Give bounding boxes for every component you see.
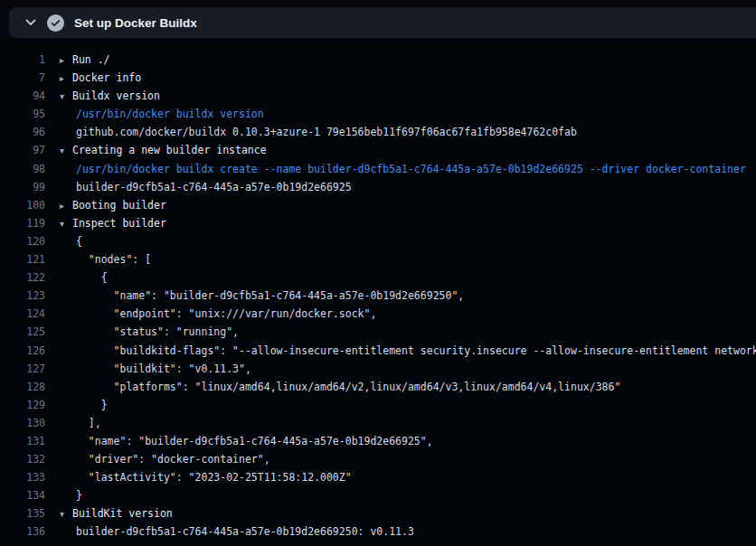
line-number[interactable]: 130 xyxy=(0,414,45,432)
triangle-down-icon[interactable]: ▾ xyxy=(60,505,72,522)
log-text: "name": "builder-d9cfb5a1-c764-445a-a57e… xyxy=(60,287,464,305)
log-line-output: 131 "name": "builder-d9cfb5a1-c764-445a-… xyxy=(0,432,756,450)
log-line-output: 120{ xyxy=(0,232,756,250)
chevron-down-icon xyxy=(24,16,37,29)
line-number[interactable]: 127 xyxy=(0,360,45,378)
log-text: "nodes": [ xyxy=(60,250,151,268)
chevron-down-icon[interactable] xyxy=(21,13,41,33)
log-line-output: 123 "name": "builder-d9cfb5a1-c764-445a-… xyxy=(0,287,756,305)
log-text: /usr/bin/docker buildx version xyxy=(60,105,264,123)
log-line-output: 132 "driver": "docker-container", xyxy=(0,450,756,468)
log-text: builder-d9cfb5a1-c764-445a-a57e-0b19d2e6… xyxy=(60,522,414,541)
log-text: ], xyxy=(60,414,101,432)
line-number[interactable]: 119 xyxy=(0,214,45,232)
log-text: } xyxy=(60,486,82,504)
line-number[interactable]: 129 xyxy=(0,396,45,414)
log-line-group[interactable]: 97▾Creating a new builder instance xyxy=(0,141,756,159)
log-text: "status": "running", xyxy=(60,323,239,341)
line-number[interactable]: 135 xyxy=(0,504,45,522)
log-text: "platforms": "linux/amd64,linux/amd64/v2… xyxy=(60,378,620,396)
step-title: Set up Docker Buildx xyxy=(74,16,197,30)
group-title[interactable]: ▸Booting builder xyxy=(60,196,166,214)
log-text: "lastActivity": "2023-02-25T11:58:12.000… xyxy=(60,468,352,486)
group-title[interactable]: ▸Docker info xyxy=(60,69,141,87)
log-line-output: 122 { xyxy=(0,268,756,287)
log-text: } xyxy=(60,396,108,414)
log-line-group[interactable]: 7▸Docker info xyxy=(0,69,756,87)
log-line-output: 134} xyxy=(0,486,756,504)
line-number[interactable]: 99 xyxy=(0,178,45,196)
log-line-output: 129 } xyxy=(0,396,756,414)
log-text: github.com/docker/buildx 0.10.3+azure-1 … xyxy=(60,123,577,141)
line-number[interactable]: 134 xyxy=(0,486,45,504)
log-text: /usr/bin/docker buildx create --name bui… xyxy=(60,160,746,178)
triangle-down-icon[interactable]: ▾ xyxy=(60,142,72,159)
line-number[interactable]: 96 xyxy=(0,123,45,141)
line-number[interactable]: 122 xyxy=(0,268,45,287)
group-title[interactable]: ▸Run ./ xyxy=(60,51,110,69)
line-number[interactable]: 98 xyxy=(0,160,45,178)
line-number[interactable]: 7 xyxy=(0,69,45,87)
log-line-output: 96github.com/docker/buildx 0.10.3+azure-… xyxy=(0,123,756,141)
line-number[interactable]: 120 xyxy=(0,232,45,250)
log-text: "buildkit": "v0.11.3", xyxy=(60,360,251,378)
log-text: "name": "builder-d9cfb5a1-c764-445a-a57e… xyxy=(60,432,433,450)
triangle-right-icon[interactable]: ▸ xyxy=(60,70,72,87)
log-text: { xyxy=(60,232,82,250)
line-number[interactable]: 1 xyxy=(0,51,45,69)
log-line-output: 128 "platforms": "linux/amd64,linux/amd6… xyxy=(0,378,756,396)
line-number[interactable]: 95 xyxy=(0,105,45,123)
log-line-group[interactable]: 1▸Run ./ xyxy=(0,51,756,69)
log-text: "buildkitd-flags": "--allow-insecure-ent… xyxy=(60,342,756,360)
log-line-command: 98/usr/bin/docker buildx create --name b… xyxy=(0,160,756,178)
log-line-output: 121 "nodes": [ xyxy=(0,250,756,268)
log-line-group[interactable]: 119▾Inspect builder xyxy=(0,214,756,232)
triangle-right-icon[interactable]: ▸ xyxy=(60,197,72,214)
log-line-output: 130 ], xyxy=(0,414,756,432)
triangle-down-icon[interactable]: ▾ xyxy=(60,215,72,232)
step-header[interactable]: Set up Docker Buildx xyxy=(9,7,756,38)
log-line-command: 95/usr/bin/docker buildx version xyxy=(0,105,756,123)
log-line-output: 133 "lastActivity": "2023-02-25T11:58:12… xyxy=(0,468,756,486)
line-number[interactable]: 125 xyxy=(0,323,45,341)
line-number[interactable]: 126 xyxy=(0,342,45,360)
group-title[interactable]: ▾Creating a new builder instance xyxy=(60,141,267,159)
log-line-group[interactable]: 100▸Booting builder xyxy=(0,196,756,214)
group-title[interactable]: ▾Inspect builder xyxy=(60,214,166,232)
log-line-output: 136builder-d9cfb5a1-c764-445a-a57e-0b19d… xyxy=(0,522,756,541)
log-text: builder-d9cfb5a1-c764-445a-a57e-0b19d2e6… xyxy=(60,178,352,196)
line-number[interactable]: 121 xyxy=(0,250,45,268)
log-line-output: 126 "buildkitd-flags": "--allow-insecure… xyxy=(0,342,756,360)
log-line-group[interactable]: 135▾BuildKit version xyxy=(0,504,756,522)
line-number[interactable]: 133 xyxy=(0,468,45,486)
line-number[interactable]: 128 xyxy=(0,378,45,396)
log-line-group[interactable]: 94▾Buildx version xyxy=(0,87,756,105)
log-text: { xyxy=(60,268,108,287)
log-line-output: 124 "endpoint": "unix:///var/run/docker.… xyxy=(0,305,756,323)
log-view: 1▸Run ./7▸Docker info94▾Buildx version95… xyxy=(0,38,756,546)
line-number[interactable]: 124 xyxy=(0,305,45,323)
log-line-output: 99builder-d9cfb5a1-c764-445a-a57e-0b19d2… xyxy=(0,178,756,196)
line-number[interactable]: 97 xyxy=(0,141,45,159)
group-title[interactable]: ▾Buildx version xyxy=(60,87,160,105)
log-text: "endpoint": "unix:///var/run/docker.sock… xyxy=(60,305,376,323)
log-text: "driver": "docker-container", xyxy=(60,450,270,468)
log-line-output: 127 "buildkit": "v0.11.3", xyxy=(0,360,756,378)
line-number[interactable]: 123 xyxy=(0,287,45,305)
triangle-right-icon[interactable]: ▸ xyxy=(60,52,72,69)
line-number[interactable]: 132 xyxy=(0,450,45,468)
check-circle-icon xyxy=(47,14,64,32)
triangle-down-icon[interactable]: ▾ xyxy=(60,88,72,105)
line-number[interactable]: 131 xyxy=(0,432,45,450)
line-number[interactable]: 100 xyxy=(0,196,45,214)
log-line-output: 125 "status": "running", xyxy=(0,323,756,341)
line-number[interactable]: 136 xyxy=(0,522,45,541)
group-title[interactable]: ▾BuildKit version xyxy=(60,504,173,522)
line-number[interactable]: 94 xyxy=(0,87,45,105)
